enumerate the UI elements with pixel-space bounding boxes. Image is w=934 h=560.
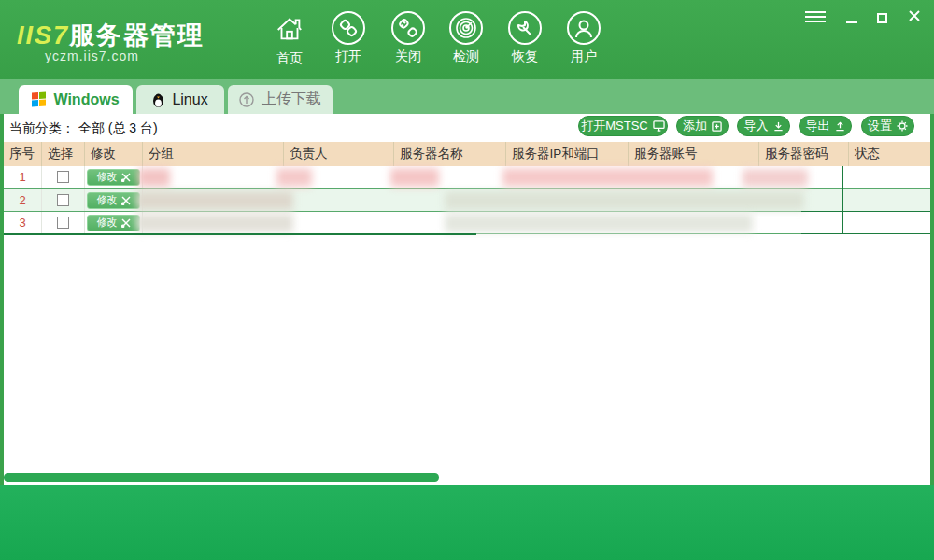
redacted-blob — [445, 191, 804, 210]
nav-detect[interactable]: 检测 — [441, 11, 491, 65]
redacted-blob — [136, 214, 293, 232]
windows-logo-icon — [32, 91, 46, 106]
import-button[interactable]: 导入 — [737, 116, 790, 136]
redacted-blob — [390, 168, 439, 187]
window-border-right — [930, 114, 934, 485]
grid-line — [801, 189, 930, 189]
export-icon — [835, 121, 845, 132]
promo-banner: 赚啦！ 利用IIS7服务器管理工具、赚一堆（小） 零花钱 〔免费学习〕 Z 这里… — [0, 485, 934, 560]
wrench-icon — [508, 11, 542, 45]
import-icon — [773, 121, 784, 132]
category-status: 当前分类： 全部 (总 3 台) — [9, 120, 158, 137]
tools-icon — [121, 218, 131, 228]
nav-close-server[interactable]: 关闭 — [383, 11, 433, 65]
row-select-cell — [41, 212, 84, 233]
settings-button[interactable]: 设置 — [861, 116, 914, 136]
gear-icon — [897, 120, 908, 132]
col-owner: 负责人 — [283, 142, 393, 166]
nav-home[interactable]: 首页 — [264, 11, 315, 67]
category-value: 全部 (总 3 台) — [78, 120, 158, 135]
redacted-blob — [445, 214, 753, 232]
minimize-button[interactable] — [846, 15, 857, 30]
col-password: 服务器密码 — [758, 142, 848, 166]
modify-button[interactable]: 修改 — [87, 192, 140, 209]
modify-label: 修改 — [97, 216, 118, 230]
nav-close-label: 关闭 — [383, 49, 433, 65]
open-mstsc-button[interactable]: 打开MSTSC — [578, 116, 668, 136]
logo-name: 服务器管理 — [69, 21, 205, 49]
col-group: 分组 — [142, 142, 283, 166]
category-label: 当前分类： — [9, 120, 75, 135]
row-index: 1 — [4, 166, 41, 188]
updown-circle-icon — [239, 92, 254, 107]
nav-detect-label: 检测 — [441, 49, 491, 65]
col-index: 序号 — [4, 142, 41, 166]
export-label: 导出 — [806, 118, 830, 134]
monitor-icon — [653, 120, 665, 132]
tab-windows-label: Windows — [53, 91, 119, 108]
logo-domain: yczm.iis7.com — [45, 49, 139, 63]
tab-windows[interactable]: Windows — [19, 85, 133, 114]
radar-icon — [449, 11, 483, 45]
export-button[interactable]: 导出 — [799, 116, 852, 136]
col-modify: 修改 — [84, 142, 142, 166]
row-checkbox[interactable] — [57, 217, 69, 229]
tools-icon — [121, 196, 131, 205]
nav-user[interactable]: 用户 — [559, 11, 609, 65]
row-checkbox[interactable] — [57, 194, 69, 206]
col-account: 服务器账号 — [628, 142, 758, 166]
nav-home-label: 首页 — [264, 50, 315, 67]
nav-open[interactable]: 打开 — [323, 11, 374, 65]
redacted-blob — [138, 168, 170, 187]
row-index: 3 — [4, 212, 41, 233]
nav-open-label: 打开 — [323, 49, 374, 65]
row-select-cell — [41, 166, 84, 188]
tab-linux-label: Linux — [172, 91, 207, 108]
row-index: 2 — [4, 189, 41, 211]
add-icon — [712, 121, 722, 132]
grid-line — [801, 211, 930, 212]
row-checkbox[interactable] — [57, 171, 69, 183]
home-icon — [272, 11, 307, 47]
app-header: IIS7服务器管理 yczm.iis7.com 首页 打开 关闭 — [0, 0, 934, 79]
close-button[interactable] — [908, 8, 921, 23]
row-modify-cell: 修改 — [84, 212, 142, 233]
row-select-cell — [41, 189, 84, 211]
grid-line — [842, 166, 843, 234]
modify-label: 修改 — [97, 193, 118, 207]
grid-line — [4, 233, 476, 235]
menu-icon[interactable] — [805, 9, 826, 24]
redacted-blob — [276, 168, 312, 187]
tab-linux[interactable]: Linux — [136, 85, 224, 114]
col-name: 服务器名称 — [393, 142, 505, 166]
row-modify-cell: 修改 — [84, 189, 142, 211]
tools-icon — [121, 173, 131, 182]
col-status: 状态 — [848, 142, 930, 166]
add-button[interactable]: 添加 — [676, 116, 729, 136]
add-label: 添加 — [683, 118, 707, 134]
logo-brand: IIS7 — [17, 21, 69, 49]
tab-upload-label: 上传下载 — [262, 90, 321, 109]
open-mstsc-label: 打开MSTSC — [581, 118, 648, 134]
modify-label: 修改 — [97, 170, 118, 184]
col-ip-port: 服务器IP和端口 — [505, 142, 628, 166]
nav-restore[interactable]: 恢复 — [500, 11, 550, 65]
modify-button[interactable]: 修改 — [87, 169, 140, 186]
import-label: 导入 — [744, 118, 769, 134]
redacted-blob — [743, 169, 808, 187]
nav-restore-label: 恢复 — [500, 49, 550, 65]
settings-label: 设置 — [868, 118, 892, 134]
nav-user-label: 用户 — [559, 49, 609, 65]
maximize-button[interactable] — [877, 10, 887, 25]
row-modify-cell: 修改 — [84, 166, 142, 188]
horizontal-scrollbar[interactable] — [4, 473, 439, 482]
modify-button[interactable]: 修改 — [87, 215, 140, 231]
redacted-blob — [502, 168, 713, 187]
tab-upload-download[interactable]: 上传下载 — [228, 85, 333, 114]
tab-bar: Windows Linux 上传下载 全选 反选 — [0, 79, 934, 114]
app-logo: IIS7服务器管理 — [17, 19, 205, 52]
col-select: 选择 — [41, 142, 84, 166]
redacted-blob — [136, 191, 293, 210]
link-icon — [332, 11, 365, 45]
link-broken-icon — [391, 11, 425, 45]
